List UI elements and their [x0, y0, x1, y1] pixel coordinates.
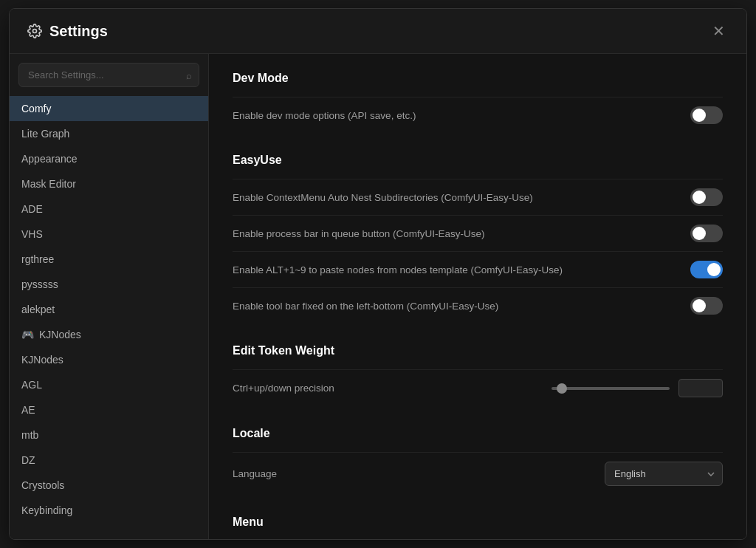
precision-value-input[interactable]: 0.05: [678, 379, 723, 397]
sidebar-item-label: Crystools: [21, 479, 64, 491]
toggle-context-menu[interactable]: [690, 188, 723, 206]
precision-controls: 0.05: [551, 379, 723, 397]
section-title-edit-token-weight: Edit Token Weight: [233, 344, 723, 357]
sidebar-item-mtb[interactable]: mtb: [10, 422, 208, 448]
sidebar-item-label: ADE: [21, 203, 43, 215]
section-easy-use: EasyUse Enable ContextMenu Auto Nest Sub…: [233, 154, 723, 323]
sidebar-item-label: DZ: [21, 454, 35, 466]
modal-body: ⌕ Comfy Lite Graph Appearance Mask Edito…: [10, 54, 746, 539]
settings-modal: Settings ✕ ⌕ Comfy Lite Graph Appearance: [9, 8, 747, 540]
section-edit-token-weight: Edit Token Weight Ctrl+up/down precision…: [233, 344, 723, 406]
sidebar-item-label: alekpet: [21, 304, 55, 315]
sidebar-item-label: Lite Graph: [21, 128, 69, 140]
sidebar-item-label: mtb: [21, 429, 38, 441]
close-button[interactable]: ✕: [708, 21, 729, 41]
sidebar-nav: Comfy Lite Graph Appearance Mask Editor …: [10, 93, 208, 539]
sidebar-item-ade[interactable]: ADE: [10, 196, 208, 222]
sidebar-item-label: Appearance: [21, 153, 78, 165]
modal-title: Settings: [49, 23, 108, 40]
setting-label-context-menu: Enable ContextMenu Auto Nest Subdirector…: [233, 192, 533, 203]
sidebar-item-comfy[interactable]: Comfy: [10, 96, 208, 121]
toggle-slider-context-menu: [690, 188, 723, 206]
sidebar-item-rgthree[interactable]: rgthree: [10, 247, 208, 272]
sidebar-item-appearance[interactable]: Appearance: [10, 146, 208, 171]
setting-label-process-bar: Enable process bar in queue button (Comf…: [233, 228, 484, 239]
sidebar-item-label: Comfy: [21, 103, 51, 114]
section-dev-mode: Dev Mode Enable dev mode options (API sa…: [233, 72, 723, 133]
search-icon: ⌕: [186, 69, 192, 81]
setting-row-process-bar: Enable process bar in queue button (Comf…: [233, 215, 723, 251]
toggle-alt-paste[interactable]: [690, 261, 723, 278]
toggle-slider-alt-paste: [690, 261, 723, 278]
sidebar-item-ae[interactable]: AE: [10, 397, 208, 422]
sidebar-item-label: KJNodes: [39, 329, 81, 340]
setting-row-precision: Ctrl+up/down precision 0.05: [233, 369, 723, 406]
kjnodes-icon: 🎮: [21, 329, 33, 340]
modal-header: Settings ✕: [10, 9, 746, 54]
sidebar-item-dz[interactable]: DZ: [10, 448, 208, 473]
sidebar-item-label: Mask Editor: [21, 178, 76, 190]
sidebar-item-label: AGL: [21, 379, 42, 391]
sidebar-item-label: pysssss: [21, 278, 58, 290]
toggle-slider-process-bar: [690, 225, 723, 242]
svg-point-0: [33, 30, 37, 33]
setting-label-alt-paste: Enable ALT+1~9 to paste nodes from nodes…: [233, 264, 563, 275]
main-content: Dev Mode Enable dev mode options (API sa…: [209, 54, 746, 539]
sidebar-item-mask-editor[interactable]: Mask Editor: [10, 171, 208, 196]
setting-row-alt-paste: Enable ALT+1~9 to paste nodes from nodes…: [233, 251, 723, 287]
gear-icon: [27, 24, 42, 38]
search-box: ⌕: [18, 63, 199, 87]
toggle-slider-toolbar-fixed: [690, 297, 723, 315]
setting-label-enable-dev-mode: Enable dev mode options (API save, etc.): [233, 110, 416, 121]
sidebar-item-keybinding[interactable]: Keybinding: [10, 498, 208, 523]
sidebar-item-kjnodes-icon[interactable]: 🎮 KJNodes: [10, 322, 208, 347]
toggle-slider-enable-dev-mode: [690, 106, 723, 124]
setting-label-toolbar-fixed: Enable tool bar fixed on the left-bottom…: [233, 301, 498, 312]
sidebar-item-label: Keybinding: [21, 504, 72, 516]
section-title-dev-mode: Dev Mode: [233, 72, 723, 85]
setting-row-context-menu: Enable ContextMenu Auto Nest Subdirector…: [233, 179, 723, 215]
sidebar-item-pysssss[interactable]: pysssss: [10, 272, 208, 297]
section-title-locale: Locale: [233, 427, 723, 440]
sidebar-item-label: rgthree: [21, 253, 54, 265]
setting-row-toolbar-fixed: Enable tool bar fixed on the left-bottom…: [233, 287, 723, 323]
sidebar-item-lite-graph[interactable]: Lite Graph: [10, 121, 208, 146]
sidebar-item-agl[interactable]: AGL: [10, 372, 208, 397]
section-menu: Menu Use new menu Top Bottom Disabled: [233, 516, 723, 539]
sidebar-item-alekpet[interactable]: alekpet: [10, 297, 208, 322]
setting-row-language: Language English Chinese Japanese Korean…: [233, 452, 723, 495]
section-title-menu: Menu: [233, 516, 723, 529]
title-group: Settings: [27, 23, 108, 40]
sidebar: ⌕ Comfy Lite Graph Appearance Mask Edito…: [10, 54, 209, 539]
setting-label-precision: Ctrl+up/down precision: [233, 383, 334, 394]
sidebar-item-crystools[interactable]: Crystools: [10, 473, 208, 498]
setting-label-language: Language: [233, 468, 277, 479]
sidebar-item-vhs[interactable]: VHS: [10, 222, 208, 247]
sidebar-item-label: VHS: [21, 228, 43, 240]
toggle-toolbar-fixed[interactable]: [690, 297, 723, 315]
language-select[interactable]: English Chinese Japanese Korean French G…: [605, 462, 723, 486]
sidebar-item-kjnodes[interactable]: KJNodes: [10, 347, 208, 372]
setting-row-enable-dev-mode: Enable dev mode options (API save, etc.): [233, 97, 723, 133]
toggle-enable-dev-mode[interactable]: [690, 106, 723, 124]
section-title-easy-use: EasyUse: [233, 154, 723, 167]
precision-slider[interactable]: [551, 387, 670, 390]
sidebar-item-label: KJNodes: [21, 354, 63, 366]
section-locale: Locale Language English Chinese Japanese…: [233, 427, 723, 495]
search-input[interactable]: [18, 63, 199, 87]
toggle-process-bar[interactable]: [690, 225, 723, 242]
sidebar-item-label: AE: [21, 404, 35, 416]
